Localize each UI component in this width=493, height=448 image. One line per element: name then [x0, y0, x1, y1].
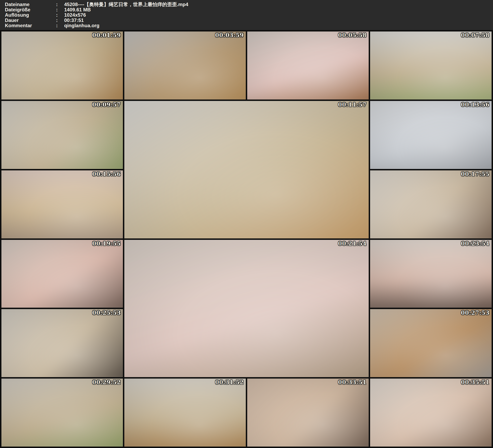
thumbnail-sheen [247, 32, 369, 100]
thumbnail-sheen [1, 101, 123, 169]
thumbnail-cell: 00:29:52 [1, 379, 123, 447]
timestamp-label: 00:15:56 [92, 171, 121, 177]
timestamp-label: 00:29:52 [92, 379, 121, 385]
thumbnail-sheen [124, 240, 369, 377]
timestamp-label: 00:33:51 [338, 379, 367, 385]
timestamp-label: 00:21:54 [338, 240, 367, 247]
thumbnail-cell: 00:23:54 [370, 240, 492, 308]
thumbnail-sheen [247, 379, 369, 447]
thumbnail-sheen [1, 309, 123, 377]
thumbnail-cell: 00:09:57 [1, 101, 123, 169]
timestamp-label: 00:03:59 [215, 32, 244, 38]
thumbnail-sheen [1, 379, 123, 447]
meta-separator: : [56, 12, 64, 18]
meta-label: Dateiname [5, 2, 56, 7]
timestamp-label: 00:17:55 [461, 171, 490, 177]
timestamp-label: 00:09:57 [92, 101, 121, 108]
thumbnail-sheen [370, 379, 492, 447]
meta-label: Kommentar [5, 23, 56, 28]
thumbnail-cell: 00:33:51 [247, 379, 369, 447]
meta-row-filesize: Dateigröße : 1409.61 MB [5, 7, 493, 12]
thumbnail-cell: 00:19:55 [1, 240, 123, 308]
timestamp-label: 00:01:59 [92, 32, 121, 38]
meta-row-comment: Kommentar : qinglanhua.org [5, 23, 493, 28]
thumbnail-cell: 00:35:51 [370, 379, 492, 447]
timestamp-label: 00:25:53 [92, 310, 121, 316]
thumbnail-sheen [370, 101, 492, 169]
meta-value-resolution: 1024x576 [64, 12, 493, 18]
timestamp-label: 00:13:56 [461, 101, 490, 108]
thumbnail-cell: 00:25:53 [1, 309, 123, 377]
timestamp-label: 00:19:55 [92, 240, 121, 247]
thumbnail-cell: 00:27:53 [370, 309, 492, 377]
thumbnail-cell: 00:31:52 [124, 379, 246, 447]
timestamp-label: 00:05:58 [338, 32, 367, 38]
file-info-header: Dateiname : 45208----【奥特曼】绳艺日常，世界上最怕痒的歪歪… [0, 0, 493, 30]
thumbnail-sheen [370, 170, 492, 238]
meta-row-duration: Dauer : 00:37:51 [5, 18, 493, 23]
meta-separator: : [56, 7, 64, 12]
thumbnail-cell: 00:01:59 [1, 32, 123, 100]
thumbnail-sheen [1, 170, 123, 238]
thumbnail-cell: 00:07:58 [370, 32, 492, 100]
thumbnail-sheen [124, 101, 369, 238]
timestamp-label: 00:07:58 [461, 32, 490, 38]
thumbnail-sheen [124, 379, 246, 447]
thumbnail-sheen [1, 240, 123, 308]
thumbnail-sheen [370, 309, 492, 377]
thumbnail-cell: 00:15:56 [1, 170, 123, 238]
meta-separator: : [56, 23, 64, 28]
meta-value-filename: 45208----【奥特曼】绳艺日常，世界上最怕痒的歪歪.mp4 [64, 2, 493, 7]
timestamp-label: 00:35:51 [461, 379, 490, 385]
meta-value-duration: 00:37:51 [64, 18, 493, 23]
timestamp-label: 00:27:53 [461, 310, 490, 316]
thumbnail-sheen [370, 240, 492, 308]
thumbnail-sheen [1, 32, 123, 100]
meta-row-filename: Dateiname : 45208----【奥特曼】绳艺日常，世界上最怕痒的歪歪… [5, 2, 493, 7]
thumbnail-cell-large: 00:11:57 [124, 101, 369, 238]
timestamp-label: 00:23:54 [461, 240, 490, 247]
meta-row-resolution: Auflösung : 1024x576 [5, 12, 493, 18]
meta-value-filesize: 1409.61 MB [64, 7, 493, 12]
meta-label: Auflösung [5, 12, 56, 18]
thumbnail-cell: 00:05:58 [247, 32, 369, 100]
meta-separator: : [56, 2, 64, 7]
thumbnail-cell: 00:03:59 [124, 32, 246, 100]
thumbnail-grid: 00:01:59 00:03:59 00:05:58 00:07:58 00:0… [0, 30, 493, 448]
meta-label: Dauer [5, 18, 56, 23]
thumbnail-sheen [124, 32, 246, 100]
thumbnail-cell-large: 00:21:54 [124, 240, 369, 377]
thumbnail-cell: 00:13:56 [370, 101, 492, 169]
meta-separator: : [56, 18, 64, 23]
meta-value-comment: qinglanhua.org [64, 23, 493, 28]
meta-label: Dateigröße [5, 7, 56, 12]
thumbnail-cell: 00:17:55 [370, 170, 492, 238]
timestamp-label: 00:11:57 [338, 101, 367, 108]
thumbnail-sheen [370, 32, 492, 100]
timestamp-label: 00:31:52 [215, 379, 244, 385]
